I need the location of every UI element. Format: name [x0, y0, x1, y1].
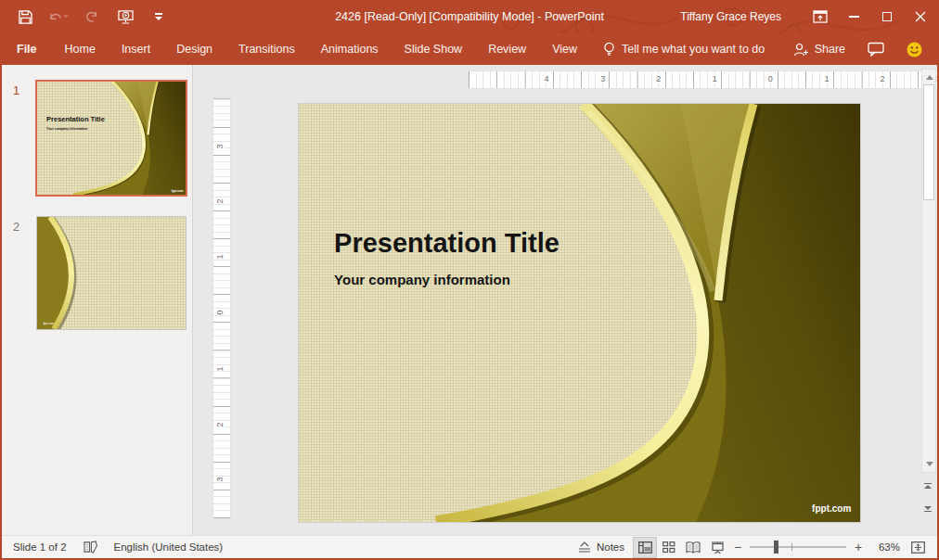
- slide-background-art: [299, 104, 860, 522]
- next-slide-button[interactable]: [921, 501, 934, 515]
- language-status[interactable]: English (United States): [106, 536, 232, 559]
- h-ruler-number: 1: [822, 74, 830, 83]
- start-from-beginning-button[interactable]: [115, 6, 135, 28]
- zoom-level[interactable]: 63%: [867, 541, 900, 553]
- v-ruler-number: 1: [214, 255, 225, 260]
- slideshow-view-button[interactable]: [705, 537, 729, 558]
- scrollbar-thumb[interactable]: [923, 84, 934, 200]
- tell-me-box[interactable]: Tell me what you want to do: [590, 42, 778, 57]
- h-ruler-number: 4: [543, 74, 551, 83]
- tab-design[interactable]: Design: [163, 33, 225, 65]
- smiley-feedback-icon: [907, 42, 922, 57]
- previous-slide-button[interactable]: [921, 478, 934, 493]
- slide-subtitle[interactable]: Your company information: [334, 272, 510, 287]
- undo-icon: [48, 11, 62, 23]
- title-bar: 2426 [Read-Only] [Compatibility Mode] - …: [2, 0, 937, 33]
- notes-toggle[interactable]: Notes: [570, 536, 633, 559]
- slideshow-icon: [711, 541, 725, 554]
- thumb-slide-title: Presentation Title: [46, 115, 105, 123]
- slide-canvas[interactable]: Presentation Title Your company informat…: [299, 104, 860, 522]
- workspace: 1 Presentation Title Your company info: [2, 65, 937, 535]
- save-button[interactable]: [15, 6, 35, 28]
- next-slide-icon: [924, 506, 932, 510]
- minimize-icon: [849, 16, 859, 18]
- v-ruler-number: 2: [214, 199, 225, 204]
- thumb-slide-subtitle: Your company information: [46, 127, 87, 131]
- vertical-ruler[interactable]: 3 2 1 0 1 2 3: [212, 97, 231, 519]
- zoom-out-button[interactable]: −: [729, 540, 746, 554]
- user-name: Tiffany Grace Reyes: [680, 10, 781, 23]
- tab-file[interactable]: File: [2, 33, 52, 65]
- ribbon-tab-row: File Home Insert Design Transitions Anim…: [2, 33, 937, 65]
- normal-view-button[interactable]: [633, 537, 657, 558]
- slide-1-art: [37, 82, 186, 195]
- notes-icon: [578, 541, 591, 553]
- reading-view-button[interactable]: [681, 537, 705, 558]
- h-ruler-number: 0: [766, 74, 775, 83]
- zoom-slider-handle[interactable]: [774, 541, 778, 554]
- slide-indicator[interactable]: Slide 1 of 2: [2, 536, 75, 559]
- zoom-in-button[interactable]: +: [850, 540, 867, 554]
- slide-1-thumbnail[interactable]: Presentation Title Your company informat…: [35, 80, 187, 197]
- slide-thumbnail-pane: 1 Presentation Title Your company info: [2, 65, 193, 535]
- scroll-up-arrow-icon[interactable]: [926, 75, 933, 80]
- save-icon: [19, 10, 32, 24]
- start-from-beginning-icon: [118, 9, 134, 24]
- thumb2-watermark: fppt.com: [43, 322, 54, 325]
- tab-home[interactable]: Home: [52, 33, 109, 65]
- fit-to-window-button[interactable]: [906, 537, 930, 558]
- lightbulb-icon: [603, 42, 615, 57]
- ribbon-display-options-button[interactable]: [804, 0, 837, 33]
- tab-insert[interactable]: Insert: [109, 33, 163, 65]
- titlebar-right: Tiffany Grace Reyes: [680, 0, 937, 33]
- feedback-smiley-button[interactable]: [895, 33, 937, 65]
- zoom-slider[interactable]: [750, 546, 846, 548]
- tab-animations[interactable]: Animations: [308, 33, 392, 65]
- customize-qat-button[interactable]: [148, 6, 169, 28]
- normal-view-icon: [638, 541, 652, 554]
- h-ruler-number: 3: [598, 74, 607, 83]
- slide-1-number: 1: [13, 83, 19, 97]
- tab-slide-show[interactable]: Slide Show: [392, 33, 476, 65]
- minimize-button[interactable]: [837, 0, 870, 33]
- maximize-button[interactable]: [870, 0, 904, 33]
- v-ruler-number: 2: [214, 422, 225, 426]
- thumb-watermark: fppt.com: [172, 189, 184, 193]
- close-icon: [915, 11, 926, 22]
- horizontal-ruler[interactable]: 4 3 2 1 0 1 2 3 4: [468, 70, 939, 89]
- tab-view[interactable]: View: [539, 33, 590, 65]
- reading-view-icon: [686, 541, 701, 554]
- slide-sorter-view-button[interactable]: [657, 537, 681, 558]
- spellcheck-status[interactable]: [75, 536, 106, 559]
- slide-editor: 4 3 2 1 0 1 2 3 4 3 2 1 0 1 2 3: [193, 65, 937, 535]
- comment-icon: [868, 42, 884, 57]
- share-label: Share: [815, 43, 845, 56]
- slide-2-art: [37, 217, 186, 329]
- customize-qat-icon: [155, 13, 162, 15]
- powerpoint-window: 2426 [Read-Only] [Compatibility Mode] - …: [0, 0, 939, 560]
- undo-dropdown-caret: [63, 15, 69, 19]
- spellcheck-icon: [84, 541, 97, 554]
- ribbon-display-options-icon: [813, 10, 828, 23]
- h-ruler-number: 1: [711, 74, 719, 83]
- status-bar: Slide 1 of 2 English (United States) Not…: [2, 535, 937, 558]
- redo-icon: [85, 10, 98, 23]
- slide-2-number: 2: [13, 220, 19, 234]
- v-ruler-number: 1: [214, 366, 225, 371]
- slide-title[interactable]: Presentation Title: [334, 228, 560, 259]
- tab-transitions[interactable]: Transitions: [225, 33, 308, 65]
- previous-slide-icon: [924, 485, 932, 489]
- vertical-scrollbar[interactable]: [921, 69, 936, 473]
- redo-button[interactable]: [82, 6, 102, 28]
- comments-button[interactable]: [856, 33, 895, 65]
- slide-sorter-icon: [662, 541, 675, 554]
- undo-button[interactable]: [48, 6, 69, 28]
- tab-review[interactable]: Review: [475, 33, 539, 65]
- fit-to-window-icon: [911, 541, 925, 554]
- close-button[interactable]: [904, 0, 937, 33]
- maximize-icon: [882, 12, 892, 21]
- scroll-down-arrow-icon[interactable]: [926, 462, 933, 466]
- share-button[interactable]: Share: [782, 43, 856, 57]
- quick-access-toolbar: [15, 0, 169, 33]
- slide-2-thumbnail[interactable]: fppt.com: [36, 216, 187, 330]
